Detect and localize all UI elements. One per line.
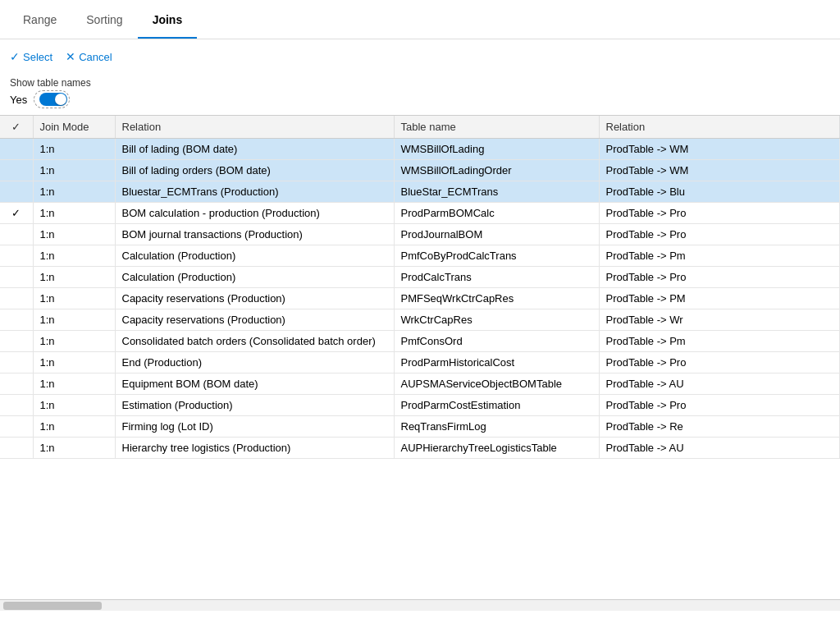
row-table-name: ProdParmBOMCalc <box>394 203 599 224</box>
col-header-relation: Relation <box>115 116 394 139</box>
check-icon: ✓ <box>11 207 21 219</box>
row-join-mode: 1:n <box>33 395 115 416</box>
row-check-cell <box>0 245 33 267</box>
row-check-cell <box>0 331 33 352</box>
row-relation2: ProdTable -> Re <box>599 416 840 438</box>
row-check-cell <box>0 438 33 459</box>
row-table-name: ProdParmCostEstimation <box>394 395 599 416</box>
toolbar: ✓ Select ✕ Cancel <box>0 39 840 74</box>
row-relation2: ProdTable -> Wr <box>599 309 840 331</box>
table-row[interactable]: 1:nEstimation (Production)ProdParmCostEs… <box>0 395 840 416</box>
tab-sorting[interactable]: Sorting <box>71 0 137 39</box>
table-row[interactable]: 1:nBluestar_ECMTrans (Production)BlueSta… <box>0 181 840 203</box>
row-relation2: ProdTable -> AU <box>599 438 840 459</box>
table-row[interactable]: 1:nCalculation (Production)ProdCalcTrans… <box>0 267 840 288</box>
table-row[interactable]: 1:nEquipment BOM (BOM date)AUPSMAService… <box>0 373 840 395</box>
row-relation: Bill of lading orders (BOM date) <box>115 160 394 181</box>
row-relation: Estimation (Production) <box>115 395 394 416</box>
row-table-name: PmfCoByProdCalcTrans <box>394 245 599 267</box>
row-relation: Calculation (Production) <box>115 245 394 267</box>
row-join-mode: 1:n <box>33 331 115 352</box>
table-row[interactable]: 1:nBOM journal transactions (Production)… <box>0 224 840 245</box>
row-table-name: WMSBillOfLading <box>394 139 599 160</box>
row-table-name: ProdJournalBOM <box>394 224 599 245</box>
row-join-mode: 1:n <box>33 373 115 395</box>
table-body: 1:nBill of lading (BOM date)WMSBillOfLad… <box>0 139 840 459</box>
table-row[interactable]: 1:nCapacity reservations (Production)PMF… <box>0 288 840 309</box>
row-check-cell <box>0 181 33 203</box>
row-check-cell <box>0 395 33 416</box>
row-relation: BOM journal transactions (Production) <box>115 224 394 245</box>
row-join-mode: 1:n <box>33 181 115 203</box>
row-check-cell <box>0 416 33 438</box>
tab-joins[interactable]: Joins <box>138 0 198 39</box>
row-relation: Bill of lading (BOM date) <box>115 139 394 160</box>
show-table-toggle[interactable] <box>34 90 70 108</box>
col-header-check: ✓ <box>0 116 33 139</box>
row-join-mode: 1:n <box>33 309 115 331</box>
table-row[interactable]: 1:nCalculation (Production)PmfCoByProdCa… <box>0 245 840 267</box>
col-header-join-mode: Join Mode <box>33 116 115 139</box>
show-table-names-section: Show table names Yes <box>0 74 840 115</box>
row-check-cell <box>0 352 33 373</box>
row-check-cell <box>0 288 33 309</box>
table-row[interactable]: 1:nFirming log (Lot ID)ReqTransFirmLogPr… <box>0 416 840 438</box>
row-relation2: ProdTable -> AU <box>599 373 840 395</box>
row-table-name: ReqTransFirmLog <box>394 416 599 438</box>
row-relation2: ProdTable -> Pro <box>599 352 840 373</box>
table-row[interactable]: 1:nBill of lading (BOM date)WMSBillOfLad… <box>0 139 840 160</box>
row-relation2: ProdTable -> Pm <box>599 331 840 352</box>
show-table-names-label: Show table names <box>10 77 830 89</box>
row-check-cell <box>0 139 33 160</box>
table-row[interactable]: 1:nConsolidated batch orders (Consolidat… <box>0 331 840 352</box>
row-check-cell <box>0 373 33 395</box>
row-table-name: ProdCalcTrans <box>394 267 599 288</box>
row-relation2: ProdTable -> Blu <box>599 181 840 203</box>
row-relation: Capacity reservations (Production) <box>115 309 394 331</box>
row-check-cell <box>0 267 33 288</box>
toggle-yes-label: Yes <box>10 94 27 106</box>
row-join-mode: 1:n <box>33 224 115 245</box>
table-row[interactable]: ✓1:nBOM calculation - production (Produc… <box>0 203 840 224</box>
horizontal-scrollbar[interactable] <box>0 599 840 611</box>
col-header-relation2: Relation <box>599 116 840 139</box>
tab-bar: Range Sorting Joins <box>0 0 840 39</box>
row-join-mode: 1:n <box>33 288 115 309</box>
row-relation2: ProdTable -> Pro <box>599 395 840 416</box>
page-wrapper: Range Sorting Joins ✓ Select ✕ Cancel Sh… <box>0 0 840 637</box>
row-join-mode: 1:n <box>33 245 115 267</box>
row-relation2: ProdTable -> Pro <box>599 203 840 224</box>
row-join-mode: 1:n <box>33 267 115 288</box>
x-icon: ✕ <box>66 50 75 63</box>
row-join-mode: 1:n <box>33 203 115 224</box>
row-relation2: ProdTable -> PM <box>599 288 840 309</box>
joins-table-container: ✓ Join Mode Relation Table name Relation… <box>0 115 840 637</box>
row-table-name: AUPHierarchyTreeLogisticsTable <box>394 438 599 459</box>
row-join-mode: 1:n <box>33 416 115 438</box>
col-header-table-name: Table name <box>394 116 599 139</box>
row-relation: Equipment BOM (BOM date) <box>115 373 394 395</box>
table-row[interactable]: 1:nCapacity reservations (Production)Wrk… <box>0 309 840 331</box>
row-relation2: ProdTable -> WM <box>599 139 840 160</box>
row-relation: Hierarchy tree logistics (Production) <box>115 438 394 459</box>
row-table-name: AUPSMAServiceObjectBOMTable <box>394 373 599 395</box>
row-table-name: ProdParmHistoricalCost <box>394 352 599 373</box>
row-relation2: ProdTable -> Pro <box>599 224 840 245</box>
row-join-mode: 1:n <box>33 139 115 160</box>
row-relation2: ProdTable -> WM <box>599 160 840 181</box>
table-row[interactable]: 1:nHierarchy tree logistics (Production)… <box>0 438 840 459</box>
row-relation: Calculation (Production) <box>115 267 394 288</box>
select-button[interactable]: ✓ Select <box>10 50 52 63</box>
table-scroll-area[interactable]: ✓ Join Mode Relation Table name Relation… <box>0 116 840 599</box>
row-table-name: PMFSeqWrkCtrCapRes <box>394 288 599 309</box>
tab-range[interactable]: Range <box>8 0 71 39</box>
row-relation: End (Production) <box>115 352 394 373</box>
row-table-name: WrkCtrCapRes <box>394 309 599 331</box>
table-row[interactable]: 1:nBill of lading orders (BOM date)WMSBi… <box>0 160 840 181</box>
row-relation2: ProdTable -> Pm <box>599 245 840 267</box>
row-relation: Consolidated batch orders (Consolidated … <box>115 331 394 352</box>
joins-table: ✓ Join Mode Relation Table name Relation… <box>0 116 840 459</box>
table-row[interactable]: 1:nEnd (Production)ProdParmHistoricalCos… <box>0 352 840 373</box>
cancel-button[interactable]: ✕ Cancel <box>66 50 112 63</box>
horizontal-scrollbar-thumb <box>3 602 102 610</box>
